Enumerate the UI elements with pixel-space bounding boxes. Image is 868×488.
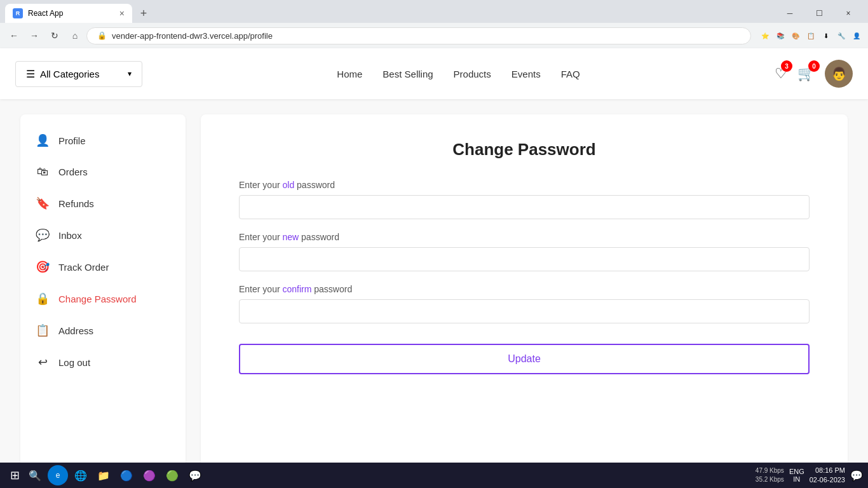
- page-title: Change Password: [239, 140, 810, 159]
- new-password-label: Enter your new password: [239, 232, 810, 242]
- sidebar-label-inbox: Inbox: [58, 230, 82, 241]
- taskbar-start: ⊞: [5, 466, 25, 485]
- cart-badge: 0: [808, 60, 820, 72]
- header-actions: ♡ 3 🛒 0 👨: [775, 60, 853, 88]
- sidebar-label-address: Address: [58, 325, 93, 336]
- ext-icon-2[interactable]: 📚: [774, 29, 787, 42]
- cart-button[interactable]: 🛒 0: [797, 65, 815, 82]
- sidebar-item-track-order[interactable]: 🎯 Track Order: [20, 251, 186, 283]
- old-password-group: Enter your old password: [239, 180, 810, 219]
- new-password-input[interactable]: [239, 247, 810, 271]
- taskbar-app4[interactable]: 💬: [185, 465, 205, 485]
- ext-icon-1[interactable]: ⭐: [759, 29, 771, 42]
- confirm-password-input[interactable]: [239, 299, 810, 323]
- confirm-password-group: Enter your confirm password: [239, 284, 810, 323]
- orders-icon: 🛍: [36, 165, 50, 179]
- sidebar-label-profile: Profile: [58, 135, 86, 146]
- nav-links: Home Best Selling Products Events FAQ: [142, 69, 775, 79]
- all-categories-button[interactable]: ☰ All Categories ▾: [15, 61, 142, 87]
- tab-favicon: R: [13, 8, 23, 18]
- back-button[interactable]: ←: [5, 27, 23, 44]
- taskbar: ⊞ 🔍 e 🌐 📁 🔵 🟣 🟢 💬 47.9 Kbps 35.2 Kbps EN…: [0, 463, 868, 488]
- new-tab-button[interactable]: +: [135, 4, 153, 22]
- sidebar-item-profile[interactable]: 👤 Profile: [20, 125, 186, 156]
- logout-icon: ↩: [36, 355, 50, 369]
- confirm-password-label: Enter your confirm password: [239, 284, 810, 294]
- nav-products[interactable]: Products: [454, 69, 491, 79]
- forward-button[interactable]: →: [25, 27, 43, 44]
- system-clock: 08:16 PM 02-06-2023: [810, 466, 845, 485]
- taskbar-system: 47.9 Kbps 35.2 Kbps ENG IN 08:16 PM 02-0…: [756, 466, 863, 485]
- sidebar-item-orders[interactable]: 🛍 Orders: [20, 156, 186, 187]
- lock-icon: 🔒: [97, 31, 107, 40]
- language-region: ENG IN: [789, 468, 804, 483]
- taskbar-icons: 🔍 e 🌐 📁 🔵 🟣 🟢 💬: [25, 465, 205, 485]
- home-button[interactable]: ⌂: [66, 27, 84, 44]
- sidebar: 👤 Profile 🛍 Orders 🔖 Refunds 💬 Inbox 🎯: [20, 114, 186, 473]
- maximize-button[interactable]: ☐: [804, 4, 834, 23]
- address-icon: 📋: [36, 323, 50, 337]
- close-button[interactable]: ×: [834, 4, 863, 23]
- refunds-icon: 🔖: [36, 196, 50, 210]
- change-password-form: Change Password Enter your old password …: [201, 114, 848, 473]
- nav-events[interactable]: Events: [512, 69, 541, 79]
- nav-home[interactable]: Home: [337, 69, 362, 79]
- wishlist-badge: 3: [781, 60, 792, 72]
- sidebar-label-logout: Log out: [58, 357, 90, 368]
- ext-icon-3[interactable]: 🎨: [789, 29, 802, 42]
- main-layout: 👤 Profile 🛍 Orders 🔖 Refunds 💬 Inbox 🎯: [0, 99, 868, 488]
- old-password-label: Enter your old password: [239, 180, 810, 190]
- site-header: ☰ All Categories ▾ Home Best Selling Pro…: [0, 48, 868, 99]
- track-order-icon: 🎯: [36, 260, 50, 274]
- taskbar-app3[interactable]: 🟢: [162, 465, 182, 485]
- sidebar-item-inbox[interactable]: 💬 Inbox: [20, 219, 186, 251]
- nav-best-selling[interactable]: Best Selling: [383, 69, 433, 79]
- sidebar-label-change-password: Change Password: [58, 294, 137, 304]
- taskbar-search[interactable]: 🔍: [25, 465, 45, 485]
- taskbar-app2[interactable]: 🟣: [139, 465, 159, 485]
- user-avatar[interactable]: 👨: [825, 60, 853, 88]
- sidebar-label-refunds: Refunds: [58, 198, 94, 209]
- minimize-button[interactable]: ─: [775, 4, 804, 23]
- tab-close-button[interactable]: ×: [119, 8, 125, 18]
- categories-label: All Categories: [40, 69, 99, 79]
- sidebar-label-orders: Orders: [58, 166, 88, 177]
- sidebar-item-logout[interactable]: ↩ Log out: [20, 346, 186, 378]
- profile-icon: 👤: [36, 133, 50, 147]
- update-button[interactable]: Update: [239, 344, 810, 374]
- ext-icon-4[interactable]: 📋: [804, 29, 817, 42]
- old-password-input[interactable]: [239, 195, 810, 219]
- notification-icon[interactable]: 💬: [850, 470, 863, 482]
- sidebar-label-track-order: Track Order: [58, 262, 109, 273]
- address-bar[interactable]: 🔒 vender-app-frontend-dwr3.vercel.app/pr…: [86, 27, 751, 44]
- sidebar-item-address[interactable]: 📋 Address: [20, 315, 186, 346]
- taskbar-app1[interactable]: 🔵: [116, 465, 137, 485]
- change-password-icon: 🔒: [36, 292, 50, 306]
- sidebar-item-change-password[interactable]: 🔒 Change Password: [20, 283, 186, 315]
- taskbar-explorer[interactable]: 📁: [93, 465, 114, 485]
- ext-icon-5[interactable]: ⬇: [820, 29, 832, 42]
- network-info: 47.9 Kbps 35.2 Kbps: [756, 466, 784, 484]
- nav-faq[interactable]: FAQ: [561, 69, 580, 79]
- sidebar-item-refunds[interactable]: 🔖 Refunds: [20, 187, 186, 219]
- inbox-icon: 💬: [36, 228, 50, 242]
- refresh-button[interactable]: ↻: [46, 27, 64, 44]
- new-password-group: Enter your new password: [239, 232, 810, 271]
- profile-icon[interactable]: 👤: [850, 29, 863, 42]
- tab-title: React App: [28, 9, 114, 18]
- browser-extensions: ⭐ 📚 🎨 📋 ⬇ 🔧 👤: [759, 29, 863, 42]
- chevron-down-icon: ▾: [128, 69, 132, 78]
- taskbar-chrome[interactable]: 🌐: [71, 465, 91, 485]
- start-button[interactable]: ⊞: [5, 466, 25, 485]
- address-text: vender-app-frontend-dwr3.vercel.app/prof…: [112, 31, 273, 41]
- ext-icon-6[interactable]: 🔧: [835, 29, 848, 42]
- wishlist-button[interactable]: ♡ 3: [775, 65, 787, 82]
- hamburger-icon: ☰: [26, 68, 35, 80]
- taskbar-edge[interactable]: e: [48, 465, 68, 485]
